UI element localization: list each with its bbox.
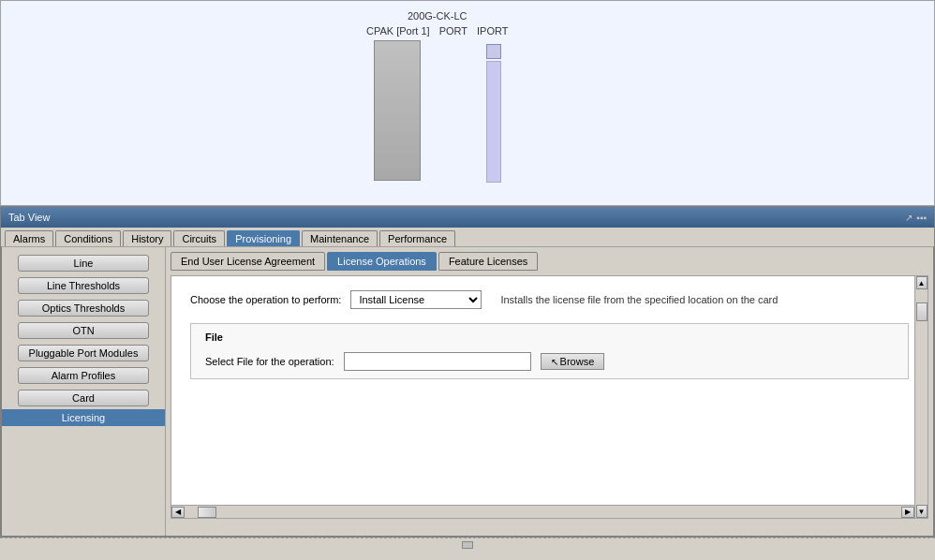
right-panel: End User License Agreement License Opera… (166, 247, 933, 536)
tab-view-title: Tab View (8, 212, 50, 223)
content-area: Line Line Thresholds Optics Thresholds O… (1, 246, 934, 537)
sub-tabs-row: End User License Agreement License Opera… (171, 252, 928, 271)
form-inner: Choose the operation to perform: Install… (171, 276, 928, 403)
sub-tab-feature-licenses[interactable]: Feature Licenses (438, 252, 538, 271)
file-section: File Select File for the operation: ↖ Br… (190, 323, 909, 379)
diagram-background: 200G-CK-LC CPAK [Port 1] PORT IPORT (1, 1, 934, 205)
arrow-icon[interactable]: ↗ (905, 213, 913, 223)
sidebar-item-card[interactable]: Card (2, 387, 165, 409)
scroll-thumb[interactable] (916, 302, 928, 321)
iport-rect (486, 44, 501, 59)
tab-provisioning[interactable]: Provisioning (227, 230, 300, 246)
file-row: Select File for the operation: ↖ Browse (205, 352, 894, 371)
cpak-rect (374, 40, 421, 181)
header-icons: ↗ ▪▪▪ (905, 213, 927, 223)
scrollbar-horizontal[interactable]: ◀ ▶ (171, 505, 914, 518)
scroll-h-thumb[interactable] (198, 507, 216, 518)
sidebar-item-alarm-profiles[interactable]: Alarm Profiles (2, 364, 165, 387)
scroll-right-arrow[interactable]: ▶ (901, 507, 914, 518)
sidebar-btn-card[interactable]: Card (18, 390, 149, 406)
port-labels: CPAK [Port 1] PORT IPORT (366, 25, 508, 37)
sidebar-item-licensing[interactable]: Licensing (2, 409, 165, 426)
operation-label: Choose the operation to perform: (190, 294, 341, 305)
cursor-icon: ↖ (551, 357, 558, 367)
tab-alarms[interactable]: Alarms (5, 230, 53, 246)
file-label: Select File for the operation: (205, 356, 334, 367)
operation-description: Installs the license file from the speci… (500, 294, 778, 305)
tab-performance[interactable]: Performance (379, 230, 455, 246)
sidebar-label-licensing: Licensing (18, 412, 149, 423)
form-panel: Choose the operation to perform: Install… (171, 275, 928, 519)
sidebar-btn-optics-thresholds[interactable]: Optics Thresholds (18, 300, 149, 317)
resize-handle[interactable] (462, 541, 473, 549)
menu-icon[interactable]: ▪▪▪ (916, 213, 927, 223)
sidebar-btn-pluggable-port-modules[interactable]: Pluggable Port Modules (18, 345, 149, 361)
scroll-left-arrow[interactable]: ◀ (171, 507, 185, 518)
diagram-area: 200G-CK-LC CPAK [Port 1] PORT IPORT (0, 0, 935, 206)
browse-label: Browse (560, 356, 595, 367)
file-input[interactable] (344, 352, 531, 371)
tab-circuits[interactable]: Circuits (173, 230, 225, 246)
sidebar-item-otn[interactable]: OTN (2, 319, 165, 342)
device-label-area: 200G-CK-LC CPAK [Port 1] PORT IPORT (366, 10, 508, 183)
sidebar-item-pluggable-port-modules[interactable]: Pluggable Port Modules (2, 342, 165, 364)
sidebar-btn-line-thresholds[interactable]: Line Thresholds (18, 277, 149, 294)
port-label-cpak: CPAK [Port 1] (366, 25, 430, 37)
iport-col (486, 40, 501, 183)
sidebar-item-line[interactable]: Line (2, 252, 165, 274)
sidebar-btn-otn[interactable]: OTN (18, 322, 149, 339)
file-section-title: File (205, 332, 894, 343)
port-label-iport: IPORT (477, 25, 508, 37)
tab-view-container: Tab View ↗ ▪▪▪ Alarms Conditions History… (0, 206, 935, 538)
sub-tab-eula[interactable]: End User License Agreement (171, 252, 325, 271)
sidebar-btn-alarm-profiles[interactable]: Alarm Profiles (18, 367, 149, 384)
browse-button[interactable]: ↖ Browse (541, 353, 605, 370)
operation-select[interactable]: Install License (350, 290, 482, 309)
scrollbar-vertical[interactable]: ▲ ▼ (914, 276, 928, 518)
sidebar-item-optics-thresholds[interactable]: Optics Thresholds (2, 297, 165, 319)
tab-history[interactable]: History (123, 230, 171, 246)
sidebar-btn-line[interactable]: Line (18, 255, 149, 272)
sidebar: Line Line Thresholds Optics Thresholds O… (2, 247, 166, 536)
sidebar-item-line-thresholds[interactable]: Line Thresholds (2, 274, 165, 297)
main-tabs-row: Alarms Conditions History Circuits Provi… (1, 228, 934, 246)
iport-line (486, 61, 501, 183)
sub-tab-license-operations[interactable]: License Operations (327, 252, 437, 271)
tab-maintenance[interactable]: Maintenance (302, 230, 378, 246)
port-label-port: PORT (439, 25, 468, 37)
operation-row: Choose the operation to perform: Install… (190, 290, 909, 309)
scroll-down-arrow[interactable]: ▼ (916, 505, 928, 518)
cpak-block (374, 40, 501, 183)
tab-conditions[interactable]: Conditions (55, 230, 121, 246)
scroll-up-arrow[interactable]: ▲ (916, 276, 928, 289)
device-title: 200G-CK-LC (408, 10, 468, 22)
tab-view-header: Tab View ↗ ▪▪▪ (1, 207, 934, 228)
bottom-dashed-area (0, 538, 935, 552)
